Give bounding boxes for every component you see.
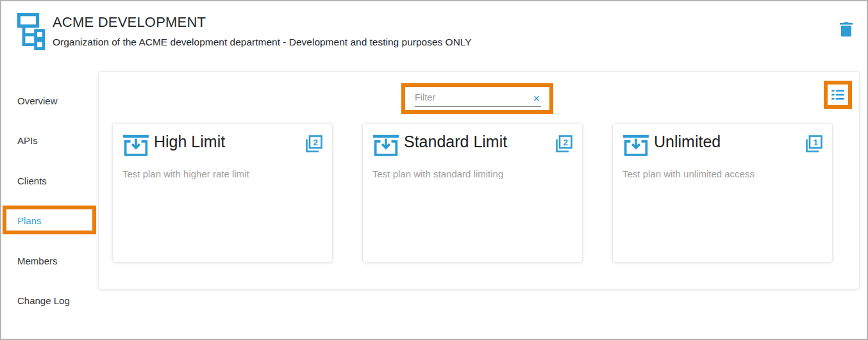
- plan-title: Standard Limit: [404, 133, 507, 151]
- plan-title: Unlimited: [654, 133, 721, 151]
- sidebar-item-apis[interactable]: APIs: [17, 135, 38, 146]
- delete-organization-button[interactable]: [836, 19, 856, 40]
- plan-tray-download-icon: [372, 134, 400, 159]
- list-icon: [830, 86, 846, 103]
- api-count-badge-icon: 2: [554, 134, 573, 154]
- plan-tray-download-icon: [122, 134, 150, 159]
- page-title: ACME DEVELOPMENT: [53, 14, 206, 31]
- sidebar-item-plans[interactable]: Plans: [17, 215, 42, 226]
- sidebar-item-change-log[interactable]: Change Log: [17, 295, 70, 306]
- plan-card-high-limit[interactable]: High Limit 2 Test plan with higher rate …: [112, 123, 333, 263]
- filter-field: ×: [415, 88, 541, 107]
- api-count-badge-icon: 2: [304, 134, 323, 154]
- sidebar-item-clients[interactable]: Clients: [17, 175, 47, 186]
- plan-title: High Limit: [154, 133, 225, 151]
- plan-description: Test plan with unlimited access: [622, 168, 755, 179]
- organization-page: ACME DEVELOPMENT Organization of the ACM…: [0, 0, 868, 340]
- plan-description: Test plan with standard limiting: [372, 168, 503, 179]
- clear-filter-button[interactable]: ×: [533, 93, 540, 104]
- sidebar-item-members[interactable]: Members: [17, 255, 58, 266]
- close-icon: ×: [533, 92, 540, 105]
- annotation-list-view-highlight: [824, 81, 852, 109]
- api-count: 2: [563, 138, 568, 147]
- api-count: 1: [813, 138, 818, 147]
- plan-tray-download-icon: [622, 134, 650, 159]
- filter-input[interactable]: [415, 92, 541, 102]
- plan-description: Test plan with higher rate limit: [122, 168, 249, 179]
- list-view-button[interactable]: [830, 86, 846, 103]
- plan-card-standard-limit[interactable]: Standard Limit 2 Test plan with standard…: [362, 123, 583, 263]
- annotation-plans-highlight: [3, 206, 96, 234]
- trash-icon: [839, 20, 854, 38]
- sidebar-item-overview[interactable]: Overview: [17, 95, 58, 106]
- annotation-filter-highlight: ×: [401, 83, 553, 114]
- api-count-badge-icon: 1: [804, 134, 823, 154]
- page-subtitle: Organization of the ACME development dep…: [53, 36, 472, 48]
- plan-card-unlimited[interactable]: Unlimited 1 Test plan with unlimited acc…: [612, 123, 833, 263]
- api-count: 2: [313, 138, 318, 147]
- org-chart-icon: [17, 12, 45, 51]
